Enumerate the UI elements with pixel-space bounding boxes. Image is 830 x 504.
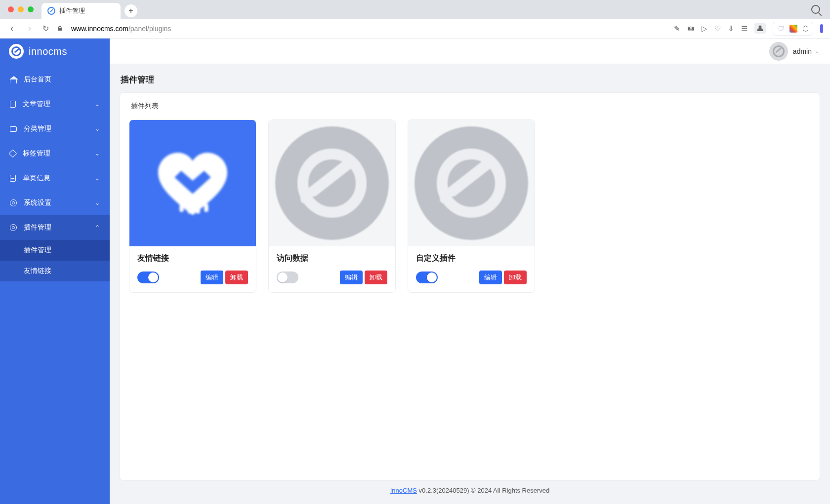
sidebar-item-categories[interactable]: 分类管理 ⌄ [0, 116, 110, 141]
user-menu[interactable]: admin ⌄ [793, 47, 819, 55]
sidebar: innocms 后台首页 文章管理 ⌄ 分类管理 ⌄ [0, 39, 110, 504]
plugin-title: 访问数据 [277, 253, 387, 264]
camera-icon[interactable]: 📷︎ [687, 24, 695, 33]
sidebar-item-label: 单页信息 [23, 174, 50, 183]
placeholder-logo-icon [415, 126, 528, 240]
sidebar-item-label: 插件管理 [24, 223, 51, 232]
puzzle-icon[interactable] [789, 25, 797, 33]
svg-rect-2 [196, 205, 200, 214]
plugin-cards: 友情链接 编辑 卸载 [129, 119, 811, 293]
sidebar-item-home[interactable]: 后台首页 [0, 67, 110, 92]
plugin-card: 访问数据 编辑 卸载 [268, 119, 396, 293]
edit-button[interactable]: 编辑 [479, 271, 502, 284]
minimize-window-button[interactable] [18, 6, 24, 12]
download-icon[interactable]: ⇩ [728, 24, 734, 33]
edit-icon[interactable]: ✎ [674, 24, 680, 33]
plugin-card: 自定义插件 编辑 卸载 [408, 119, 535, 293]
content: 插件管理 插件列表 友情链接 [110, 64, 830, 504]
sidebar-item-settings[interactable]: 系统设置 ⌄ [0, 191, 110, 215]
uninstall-button[interactable]: 卸载 [225, 271, 248, 284]
edit-button[interactable]: 编辑 [201, 271, 223, 284]
topbar: admin ⌄ [110, 39, 830, 64]
chevron-down-icon: ⌄ [95, 199, 100, 206]
favicon-icon [47, 7, 55, 15]
cube-icon[interactable]: ⬡ [802, 24, 809, 33]
sidebar-nav: 后台首页 文章管理 ⌄ 分类管理 ⌄ 标签管理 ⌄ [0, 64, 110, 504]
chevron-down-icon: ⌄ [95, 175, 100, 182]
sidebar-item-label: 后台首页 [24, 75, 51, 84]
home-icon [10, 79, 17, 83]
accent-indicator [820, 24, 823, 33]
maximize-window-button[interactable] [28, 6, 34, 12]
search-icon[interactable] [811, 5, 820, 14]
browser-address-bar: ‹ › ↻ 🔒︎ www.innocms.com/panel/plugins ✎… [0, 19, 830, 39]
panel-title: 插件列表 [129, 102, 811, 111]
back-button[interactable]: ‹ [7, 23, 17, 34]
play-icon[interactable]: ▷ [702, 24, 707, 33]
extensions-group: 🛡︎ ⬡ [773, 22, 813, 36]
footer-version: v0.2.3(20240529) © 2024 All Rights Reser… [417, 487, 549, 494]
new-tab-button[interactable]: + [124, 4, 137, 17]
browser-toolbar-icons: ✎ 📷︎ ▷ ♡ ⇩ ☰ 👤︎ 🛡︎ ⬡ [674, 22, 823, 36]
plugin-image [269, 120, 395, 246]
handshake-heart-icon [151, 146, 235, 220]
tab-title: 插件管理 [59, 6, 85, 15]
sidebar-sub-label: 插件管理 [24, 246, 51, 255]
sidebar-item-label: 标签管理 [23, 149, 50, 158]
brand-text: innocms [29, 46, 67, 57]
browser-tab[interactable]: 插件管理 [42, 3, 121, 19]
sidebar-item-label: 系统设置 [24, 198, 51, 207]
svg-rect-3 [204, 204, 208, 212]
plugin-title: 友情链接 [137, 253, 248, 264]
placeholder-logo-icon [275, 126, 389, 240]
page-title: 插件管理 [121, 74, 820, 85]
uninstall-button[interactable]: 卸载 [504, 271, 527, 284]
plugin-image [408, 120, 535, 246]
sidebar-sub-plugins[interactable]: 插件管理 [0, 240, 110, 261]
uninstall-button[interactable]: 卸载 [365, 271, 387, 284]
sidebar-item-tags[interactable]: 标签管理 ⌄ [0, 141, 110, 166]
profile-icon[interactable]: 👤︎ [754, 23, 766, 34]
sidebar-item-pages[interactable]: 单页信息 ⌄ [0, 166, 110, 191]
chevron-down-icon: ⌄ [95, 150, 100, 157]
chevron-down-icon: ⌄ [95, 125, 100, 132]
brand-logo-icon [9, 44, 24, 59]
gear-icon [10, 224, 17, 231]
sidebar-item-plugins[interactable]: 插件管理 ⌃ [0, 215, 110, 240]
sidebar-submenu: 插件管理 友情链接 [0, 240, 110, 281]
document-icon [10, 101, 16, 108]
brand[interactable]: innocms [0, 39, 110, 64]
sidebar-sub-links[interactable]: 友情链接 [0, 261, 110, 281]
sidebar-item-articles[interactable]: 文章管理 ⌄ [0, 92, 110, 116]
close-window-button[interactable] [8, 6, 14, 12]
shield-icon[interactable]: 🛡︎ [777, 24, 785, 33]
plugin-toggle[interactable] [137, 271, 159, 283]
chevron-down-icon: ⌄ [95, 101, 100, 108]
plugin-image [129, 120, 256, 246]
plugin-title: 自定义插件 [416, 253, 527, 264]
folder-icon [10, 126, 17, 132]
main: admin ⌄ 插件管理 插件列表 [110, 39, 830, 504]
plugin-toggle[interactable] [277, 271, 298, 283]
lock-icon: 🔒︎ [57, 25, 63, 32]
reload-button[interactable]: ↻ [42, 24, 49, 33]
tag-icon [9, 150, 17, 158]
chevron-down-icon: ⌄ [815, 48, 819, 54]
svg-rect-0 [179, 204, 183, 212]
forward-button[interactable]: › [25, 23, 35, 34]
footer: InnoCMS v0.2.3(20240529) © 2024 All Righ… [120, 481, 820, 499]
edit-button[interactable]: 编辑 [340, 271, 363, 284]
sidebar-item-label: 分类管理 [24, 124, 51, 133]
list-icon[interactable]: ☰ [741, 24, 747, 33]
plugin-toggle[interactable] [416, 271, 438, 283]
panel: 插件列表 友情链接 [120, 92, 820, 481]
window-controls [4, 6, 38, 12]
plugin-card: 友情链接 编辑 卸载 [129, 119, 256, 293]
url-field[interactable]: www.innocms.com/panel/plugins [71, 25, 666, 33]
avatar [769, 42, 788, 61]
username: admin [793, 47, 812, 55]
chevron-up-icon: ⌃ [95, 224, 100, 231]
heart-icon[interactable]: ♡ [714, 24, 721, 33]
footer-link[interactable]: InnoCMS [390, 487, 417, 494]
sidebar-sub-label: 友情链接 [24, 267, 51, 275]
